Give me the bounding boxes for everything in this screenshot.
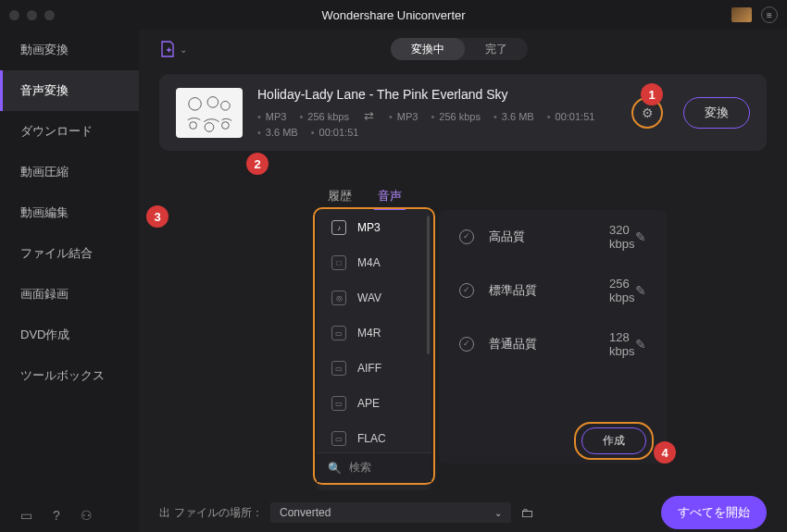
open-folder-icon[interactable]: 🗀 bbox=[520, 505, 533, 520]
window-controls bbox=[9, 10, 55, 20]
output-prefix: 出 bbox=[159, 505, 170, 521]
book-icon[interactable]: ▭ bbox=[20, 508, 32, 523]
tab-done[interactable]: 完了 bbox=[465, 38, 528, 60]
titlebar: Wondershare Uniconverter ≡ bbox=[0, 0, 787, 30]
quality-panel: 高品質 320 kbps ✎ 標準品質 256 kbps ✎ 普通品質 128 … bbox=[439, 210, 667, 464]
quality-row-normal[interactable]: 普通品質 128 kbps ✎ bbox=[439, 317, 667, 371]
traffic-max[interactable] bbox=[44, 10, 55, 20]
app-title: Wondershare Uniconverter bbox=[321, 8, 465, 22]
chevron-down-icon: ⌄ bbox=[180, 44, 187, 55]
user-icon[interactable]: ⚇ bbox=[81, 508, 93, 523]
m4r-icon: ▭ bbox=[331, 326, 346, 340]
svg-point-3 bbox=[190, 121, 197, 129]
src-format: MP3 bbox=[257, 111, 286, 122]
step-badge-4: 4 bbox=[654, 441, 676, 464]
file-thumbnail[interactable] bbox=[176, 88, 243, 138]
add-file-button[interactable]: ⌄ bbox=[159, 40, 187, 58]
aiff-icon: ▭ bbox=[331, 361, 346, 376]
sidebar-item-dvd[interactable]: DVD作成 bbox=[0, 315, 139, 355]
format-item-mp3[interactable]: ♪MP3 bbox=[317, 210, 431, 245]
sidebar-item-download[interactable]: ダウンロード bbox=[0, 111, 139, 152]
format-item-wav[interactable]: ◎WAV bbox=[317, 280, 431, 315]
dst-bitrate: 256 kbps bbox=[431, 111, 481, 122]
src-size: 3.6 MB bbox=[257, 127, 298, 138]
edit-icon[interactable]: ✎ bbox=[635, 283, 646, 298]
sidebar-item-toolbox[interactable]: ツールボックス bbox=[0, 355, 139, 396]
step-badge-3: 3 bbox=[146, 205, 169, 228]
quality-row-standard[interactable]: 標準品質 256 kbps ✎ bbox=[439, 264, 667, 317]
step-badge-2: 2 bbox=[246, 153, 269, 175]
tab-converting[interactable]: 変換中 bbox=[391, 38, 465, 60]
avatar[interactable] bbox=[731, 7, 752, 22]
main-panel: ⌄ 変換中 完了 Holiday-Lady Lane - The Pink Ev… bbox=[139, 30, 787, 532]
svg-point-5 bbox=[222, 121, 230, 129]
sidebar: 動画変換 音声変換 ダウンロード 動画圧縮 動画編集 ファイル結合 画面録画 D… bbox=[0, 30, 139, 532]
traffic-close[interactable] bbox=[9, 10, 19, 20]
src-bitrate: 256 kbps bbox=[299, 111, 349, 122]
format-item-m4a[interactable]: □M4A bbox=[317, 245, 431, 280]
format-item-m4r[interactable]: ▭M4R bbox=[317, 315, 431, 351]
dropdown-tab-audio[interactable]: 音声 bbox=[365, 182, 415, 210]
shuffle-icon[interactable]: ⇄ bbox=[364, 109, 374, 123]
gear-icon[interactable]: ⚙ bbox=[642, 105, 654, 120]
file-card: Holiday-Lady Lane - The Pink Everland Sk… bbox=[159, 74, 767, 151]
mp3-icon: ♪ bbox=[331, 220, 346, 235]
search-icon: 🔍 bbox=[328, 462, 342, 475]
chevron-down-icon: ⌄ bbox=[494, 508, 502, 518]
location-select[interactable]: Converted ⌄ bbox=[270, 502, 511, 523]
flac-icon: ▭ bbox=[331, 431, 346, 446]
dst-size: 3.6 MB bbox=[493, 111, 534, 122]
bottom-bar: 出 ファイルの場所： Converted ⌄ 🗀 すべてを開始 bbox=[139, 493, 787, 532]
dst-format: MP3 bbox=[389, 111, 418, 122]
wav-icon: ◎ bbox=[331, 291, 346, 305]
sidebar-item-edit[interactable]: 動画編集 bbox=[0, 192, 139, 233]
sidebar-item-record[interactable]: 画面録画 bbox=[0, 274, 139, 315]
format-item-aiff[interactable]: ▭AIFF bbox=[317, 351, 431, 386]
dst-duration: 00:01:51 bbox=[547, 111, 595, 122]
help-icon[interactable]: ? bbox=[53, 508, 60, 523]
svg-point-2 bbox=[221, 101, 231, 110]
format-scrollbar[interactable] bbox=[427, 216, 430, 354]
traffic-min[interactable] bbox=[27, 10, 37, 20]
quality-row-high[interactable]: 高品質 320 kbps ✎ bbox=[439, 210, 667, 264]
svg-point-1 bbox=[207, 96, 219, 107]
location-label: ファイルの場所： bbox=[174, 505, 263, 521]
menu-icon[interactable]: ≡ bbox=[761, 6, 778, 23]
m4a-icon: □ bbox=[331, 255, 346, 270]
src-duration: 00:01:51 bbox=[311, 127, 359, 138]
ape-icon: ▭ bbox=[331, 396, 346, 411]
status-tabs: 変換中 完了 bbox=[391, 38, 528, 60]
svg-point-0 bbox=[189, 97, 202, 110]
check-icon bbox=[459, 283, 474, 298]
sidebar-item-video-convert[interactable]: 動画変換 bbox=[0, 30, 139, 70]
step-badge-1: 1 bbox=[641, 83, 663, 105]
convert-button[interactable]: 変換 bbox=[683, 97, 750, 129]
check-icon bbox=[459, 229, 474, 244]
sidebar-item-compress[interactable]: 動画圧縮 bbox=[0, 152, 139, 192]
sidebar-item-merge[interactable]: ファイル結合 bbox=[0, 233, 139, 274]
sidebar-item-audio-convert[interactable]: 音声変換 bbox=[0, 70, 139, 111]
edit-icon[interactable]: ✎ bbox=[635, 229, 646, 244]
format-list: ♪MP3 □M4A ◎WAV ▭M4R ▭AIFF ▭APE ▭FLAC bbox=[317, 210, 431, 490]
check-icon bbox=[459, 337, 474, 352]
format-item-ape[interactable]: ▭APE bbox=[317, 386, 431, 421]
dropdown-tab-history[interactable]: 履歴 bbox=[315, 182, 365, 210]
svg-point-4 bbox=[205, 122, 214, 131]
format-search[interactable]: 🔍 検索 bbox=[317, 452, 431, 482]
edit-icon[interactable]: ✎ bbox=[635, 337, 646, 352]
create-button[interactable]: 作成 bbox=[581, 427, 646, 454]
file-name: Holiday-Lady Lane - The Pink Everland Sk… bbox=[257, 87, 626, 102]
format-item-flac[interactable]: ▭FLAC bbox=[317, 421, 431, 456]
start-all-button[interactable]: すべてを開始 bbox=[661, 496, 767, 529]
